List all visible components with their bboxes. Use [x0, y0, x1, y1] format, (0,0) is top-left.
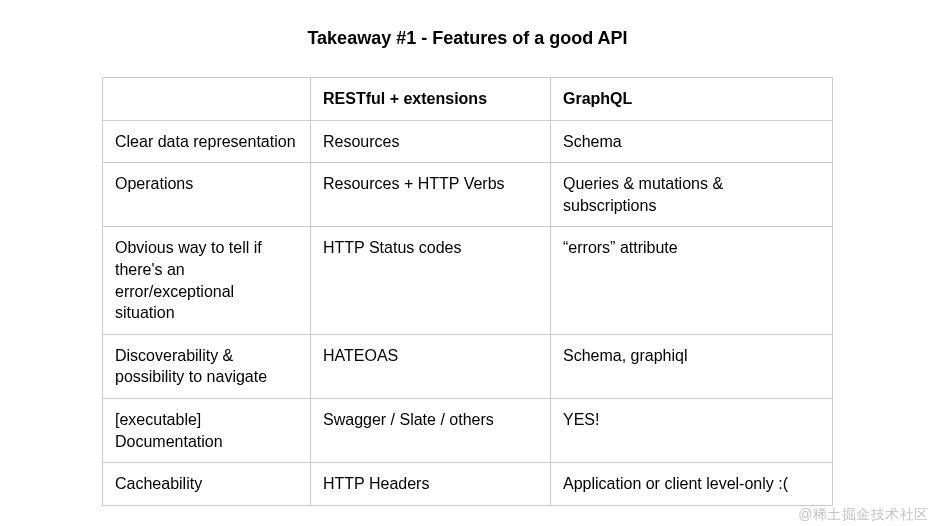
cell-feature: Cacheability [103, 463, 311, 506]
cell-restful: HATEOAS [311, 334, 551, 398]
cell-graphql: Schema [551, 120, 833, 163]
watermark: @稀土掘金技术社区 [798, 506, 929, 524]
cell-restful: Resources + HTTP Verbs [311, 163, 551, 227]
cell-graphql: Application or client level-only :( [551, 463, 833, 506]
cell-restful: Swagger / Slate / others [311, 398, 551, 462]
cell-feature: Operations [103, 163, 311, 227]
comparison-table: RESTful + extensions GraphQL Clear data … [102, 77, 833, 506]
table-row: [executable] Documentation Swagger / Sla… [103, 398, 833, 462]
header-restful: RESTful + extensions [311, 78, 551, 121]
table-row: Discoverability & possibility to navigat… [103, 334, 833, 398]
cell-graphql: “errors” attribute [551, 227, 833, 334]
cell-graphql: Schema, graphiql [551, 334, 833, 398]
cell-graphql: Queries & mutations & subscriptions [551, 163, 833, 227]
table-header-row: RESTful + extensions GraphQL [103, 78, 833, 121]
cell-restful: HTTP Status codes [311, 227, 551, 334]
table-row: Obvious way to tell if there's an error/… [103, 227, 833, 334]
header-graphql: GraphQL [551, 78, 833, 121]
cell-feature: Discoverability & possibility to navigat… [103, 334, 311, 398]
table-row: Operations Resources + HTTP Verbs Querie… [103, 163, 833, 227]
cell-restful: Resources [311, 120, 551, 163]
table-row: Clear data representation Resources Sche… [103, 120, 833, 163]
page-title: Takeaway #1 - Features of a good API [0, 0, 935, 77]
cell-feature: Obvious way to tell if there's an error/… [103, 227, 311, 334]
table-row: Cacheability HTTP Headers Application or… [103, 463, 833, 506]
header-feature [103, 78, 311, 121]
comparison-table-wrap: RESTful + extensions GraphQL Clear data … [0, 77, 935, 506]
cell-feature: [executable] Documentation [103, 398, 311, 462]
cell-restful: HTTP Headers [311, 463, 551, 506]
cell-graphql: YES! [551, 398, 833, 462]
cell-feature: Clear data representation [103, 120, 311, 163]
